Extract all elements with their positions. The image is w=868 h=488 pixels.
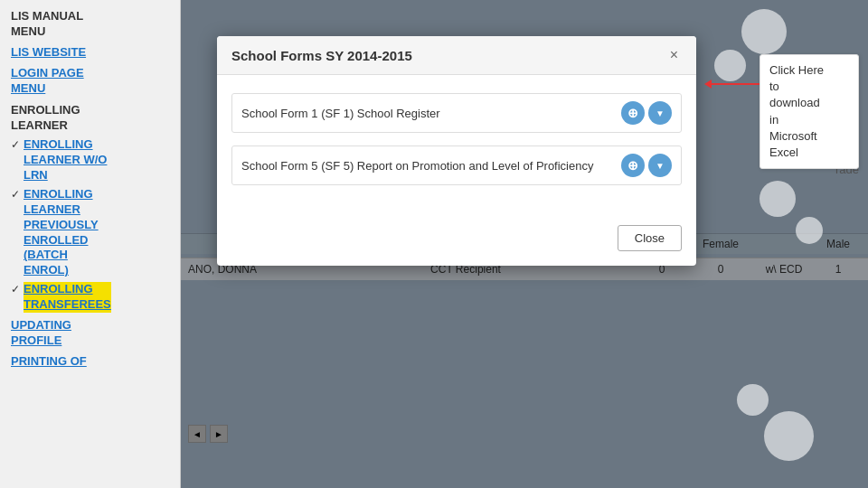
sidebar-item-enrolling-transferees[interactable]: ENROLLING TRANSFEREES xyxy=(24,282,111,313)
modal-footer: Close xyxy=(217,216,696,266)
arrow-line xyxy=(712,83,766,85)
sidebar-sublist: ✓ ENROLLING LEARNER W/O LRN ✓ ENROLLING … xyxy=(11,137,169,313)
form-item-sf5: School Form 5 (SF 5) Report on Promotion… xyxy=(231,145,682,185)
check-icon: ✓ xyxy=(11,283,20,296)
sf5-buttons: ⊕ ▼ xyxy=(621,154,672,177)
modal-close-button[interactable]: × xyxy=(666,47,682,63)
modal-header: School Forms SY 2014-2015 × xyxy=(217,36,696,75)
decorative-circle-6 xyxy=(737,384,769,416)
sidebar-enrolling-learner: ENROLLING LEARNER xyxy=(11,103,169,134)
modal-title: School Forms SY 2014-2015 xyxy=(231,48,412,63)
sf5-dropdown-button[interactable]: ▼ xyxy=(648,154,672,177)
decorative-circle-4 xyxy=(796,217,823,244)
sf1-buttons: ⊕ ▼ xyxy=(621,101,672,125)
modal-dialog: School Forms SY 2014-2015 × School Form … xyxy=(217,36,696,266)
decorative-circle-2 xyxy=(714,50,746,81)
form-item-sf1: School Form 1 (SF 1) School Register ⊕ ▼ xyxy=(231,93,682,133)
sf5-download-button[interactable]: ⊕ xyxy=(621,154,645,177)
form-item-sf1-label: School Form 1 (SF 1) School Register xyxy=(241,107,621,120)
check-icon: ✓ xyxy=(11,188,20,201)
sidebar-item-login-page-menu[interactable]: LOGIN PAGE MENU xyxy=(11,66,169,97)
list-item-enrolling-previously: ✓ ENROLLING LEARNER PREVIOUSLY ENROLLED … xyxy=(11,187,169,278)
sidebar-item-printing-of[interactable]: PRINTING OF xyxy=(11,354,169,370)
sidebar-item-updating-profile[interactable]: UPDATING PROFILE xyxy=(11,318,169,349)
sidebar-item-lis-website[interactable]: LIS WEBSITE xyxy=(11,45,169,61)
sidebar-item-enrolling-wo-lrn[interactable]: ENROLLING LEARNER W/O LRN xyxy=(24,137,107,183)
arrow-head xyxy=(704,80,712,89)
modal-body: School Form 1 (SF 1) School Register ⊕ ▼… xyxy=(217,75,696,216)
arrow-annotation xyxy=(705,80,766,89)
close-button[interactable]: Close xyxy=(618,225,682,251)
list-item-enrolling-transferees: ✓ ENROLLING TRANSFEREES xyxy=(11,282,169,313)
main-area: asterli rade Male Female Male ANO, DONNA… xyxy=(181,0,868,488)
sidebar-item-enrolling-previously[interactable]: ENROLLING LEARNER PREVIOUSLY ENROLLED (B… xyxy=(24,187,99,278)
decorative-circle-5 xyxy=(764,411,814,461)
sidebar-title: LIS MANUAL MENU xyxy=(11,9,169,40)
tooltip-text: Click Here to download in Microsoft Exce… xyxy=(769,63,824,159)
sf1-download-button[interactable]: ⊕ xyxy=(621,101,645,125)
decorative-circle-1 xyxy=(741,9,787,54)
sidebar: LIS MANUAL MENU LIS WEBSITE LOGIN PAGE M… xyxy=(0,0,181,488)
check-icon: ✓ xyxy=(11,138,20,151)
tooltip-box: Click Here to download in Microsoft Exce… xyxy=(760,54,859,169)
list-item-enrolling-wo-lrn: ✓ ENROLLING LEARNER W/O LRN xyxy=(11,137,169,183)
sf1-dropdown-button[interactable]: ▼ xyxy=(648,101,672,125)
decorative-circle-3 xyxy=(760,181,796,217)
form-item-sf5-label: School Form 5 (SF 5) Report on Promotion… xyxy=(241,159,621,173)
